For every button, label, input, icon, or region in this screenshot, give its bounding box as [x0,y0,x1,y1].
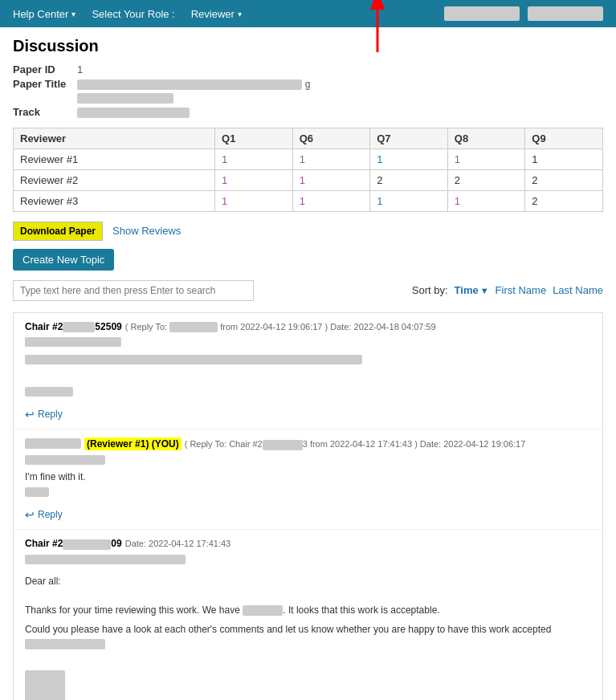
msg-text-2: I'm fine with it. [25,471,86,482]
msg-paragraph3b: Could you please have a look at each oth… [25,622,591,651]
reviewer-menu[interactable]: Reviewer ▾ [191,8,242,20]
action-links: Download Paper Show Reviews [13,222,603,241]
reviewer-1-q8[interactable]: 1 [447,149,525,169]
reviewer-2-q8[interactable]: 2 [447,169,525,190]
reply-link-1[interactable]: ↩ Reply [25,408,591,421]
sort-by-lastname-link[interactable]: Last Name [553,284,603,296]
table-row: Reviewer #311112 [14,190,603,211]
reviewer-3-q9[interactable]: 2 [525,190,603,211]
col-q6: Q6 [292,128,370,149]
reviewer-arrow-icon: ▾ [238,10,242,18]
top-navigation: Help Center ▾ Select Your Role : Reviewe… [0,0,616,27]
track-label: Track [13,106,77,118]
msg-header-2: (Reviewer #1) (YOU) ( Reply To: Chair #2… [25,438,591,450]
paper-id-value: 1 [77,63,83,75]
paper-title-row: Paper Title g [13,78,603,104]
author-prefix-blurred [25,438,81,449]
reviewer-name-1: Reviewer #1 [14,149,215,169]
table-row: Reviewer #211222 [14,169,603,190]
paper-title-value: g [77,78,310,104]
body-line-1c [25,387,73,397]
reviewer-name-2: Reviewer #2 [14,169,215,190]
message-block-2: (Reviewer #1) (YOU) ( Reply To: Chair #2… [14,429,602,530]
reviewer-1-q9[interactable]: 1 [525,149,603,169]
sort-section: Sort by: Time ▼ First Name Last Name [412,284,603,296]
msg-header-3: Chair #2 09 Date: 2022-04-12 17:41:43 [25,538,591,549]
col-reviewer: Reviewer [14,128,215,149]
reviewer-3-q8[interactable]: 1 [447,190,525,211]
paper-title-suffix: g [305,79,311,90]
select-role-label: Select Your Role : [92,8,174,20]
reply-to-blurred-1 [169,322,218,332]
nav-right-btn1[interactable]: ████ [444,6,520,21]
download-paper-button[interactable]: Download Paper [13,222,103,241]
reviewer-3-q6[interactable]: 1 [292,190,370,211]
discussion-thread: Chair #2 52509 ( Reply To: from 2022-04-… [13,312,603,700]
reply-label-1: Reply [38,409,63,420]
nav-right-buttons: ████ ████ [444,6,603,21]
msg-body-3: Dear all: Thanks for your time reviewing… [25,555,591,700]
reply-icon-1: ↩ [25,408,35,421]
msg-author-2: (Reviewer #1) (YOU) [84,438,182,450]
reviewer-name-3: Reviewer #3 [14,190,215,211]
author-blurred-3 [63,539,111,550]
author-blurred-1 [63,322,95,332]
col-q1: Q1 [215,128,293,149]
para3-blurred2 [25,639,105,649]
reviewer-1-q6[interactable]: 1 [292,149,370,169]
msg-body-1 [25,337,591,401]
msg-meta-2: ( Reply To: Chair #2 3 from 2022-04-12 1… [185,439,526,450]
msg-header-1: Chair #2 52509 ( Reply To: from 2022-04-… [25,321,591,333]
reviewer-3-q1[interactable]: 1 [215,190,293,211]
message-block-1: Chair #2 52509 ( Reply To: from 2022-04-… [14,313,602,430]
paper-title-blurred [77,79,302,90]
reply-label-2: Reply [38,509,63,520]
create-new-topic-button[interactable]: Create New Topic [13,249,114,271]
col-q7: Q7 [370,128,448,149]
reply-to-blurred-2 [263,440,303,450]
body-line-1b [25,355,362,364]
col-q9: Q9 [525,128,603,149]
search-input[interactable] [13,280,254,301]
msg-body-2: I'm fine with it. [25,455,591,502]
sort-by-label: Sort by: [412,284,448,296]
paper-info: Paper ID 1 Paper Title g Track [13,63,603,118]
search-sort-row: Sort by: Time ▼ First Name Last Name [13,280,603,301]
paper-title-label: Paper Title [13,78,77,104]
sort-arrow-icon: ▼ [480,286,489,295]
paper-title-line2 [77,93,173,104]
body-line-3a [25,555,186,564]
message-block-3: Chair #2 09 Date: 2022-04-12 17:41:43 De… [14,530,602,700]
show-reviews-link[interactable]: Show Reviews [112,225,181,237]
track-blurred [77,108,190,118]
main-content: Discussion Paper ID 1 Paper Title g Trac… [0,27,616,700]
msg-salutation-3: Dear all: [25,574,591,588]
msg-meta-3: Date: 2022-04-12 17:41:43 [125,539,231,548]
msg-image-3 [25,670,65,700]
msg-paragraph3a: Thanks for your time reviewing this work… [25,603,591,617]
body-line-2b [25,487,49,497]
msg-author-3: Chair #2 09 [25,538,122,549]
table-row: Reviewer #111111 [14,149,603,169]
msg-author-1: Chair #2 52509 [25,321,122,332]
msg-meta-1: ( Reply To: from 2022-04-12 19:06:17 ) D… [125,322,436,333]
help-center-label: Help Center [13,8,68,20]
body-line-1a [25,337,121,347]
nav-right-btn2[interactable]: ████ [528,6,603,21]
sort-by-time-link[interactable]: Time ▼ [455,284,489,296]
reviewer-label: Reviewer [191,8,235,20]
para3-blurred [243,605,283,616]
reviewer-2-q6[interactable]: 1 [292,169,370,190]
reply-link-2[interactable]: ↩ Reply [25,508,591,521]
reviewer-2-q7[interactable]: 2 [370,169,448,190]
reviewer-2-q9[interactable]: 2 [525,169,603,190]
help-center-menu[interactable]: Help Center ▾ [13,8,75,20]
reviewer-2-q1[interactable]: 1 [215,169,293,190]
page-title: Discussion [13,37,603,55]
reviewer-1-q7[interactable]: 1 [370,149,448,169]
reviewer-1-q1[interactable]: 1 [215,149,293,169]
sort-by-firstname-link[interactable]: First Name [496,284,547,296]
col-q8: Q8 [447,128,525,149]
reply-icon-2: ↩ [25,508,35,521]
reviewer-3-q7[interactable]: 1 [370,190,448,211]
